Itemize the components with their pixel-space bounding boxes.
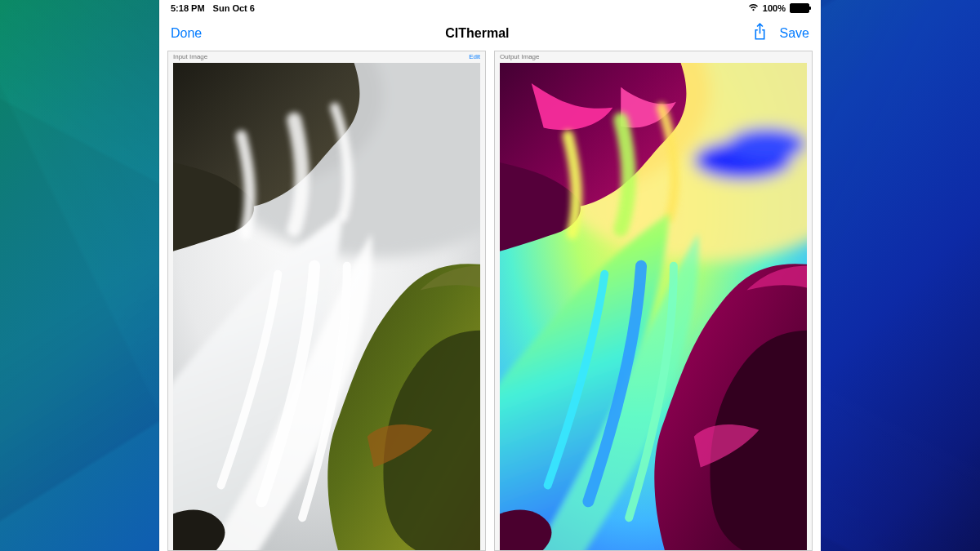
battery-percent: 100% bbox=[763, 3, 786, 13]
output-image-pane: Output Image bbox=[494, 51, 813, 551]
share-button[interactable] bbox=[753, 23, 767, 44]
input-image-pane: Input Image Edit bbox=[167, 51, 486, 551]
navigation-bar: Done CIThermal Save bbox=[159, 16, 821, 51]
status-time: 5:18 PM bbox=[171, 3, 205, 13]
output-image[interactable] bbox=[500, 63, 807, 550]
output-pane-label: Output Image bbox=[500, 53, 539, 60]
input-image[interactable] bbox=[173, 63, 480, 550]
status-date: Sun Oct 6 bbox=[213, 3, 255, 13]
share-icon bbox=[753, 23, 767, 41]
battery-icon bbox=[790, 3, 809, 13]
content-area: Input Image Edit bbox=[159, 51, 821, 551]
edit-input-button[interactable]: Edit bbox=[469, 53, 480, 60]
svg-point-7 bbox=[728, 128, 807, 161]
save-button[interactable]: Save bbox=[780, 26, 809, 41]
desktop-wallpaper: 5:18 PM Sun Oct 6 100% Done CIThermal bbox=[0, 0, 980, 551]
page-title: CIThermal bbox=[445, 26, 509, 41]
input-pane-label: Input Image bbox=[173, 53, 207, 60]
status-bar: 5:18 PM Sun Oct 6 100% bbox=[159, 0, 821, 16]
wifi-icon bbox=[748, 3, 759, 13]
ipad-app-window: 5:18 PM Sun Oct 6 100% Done CIThermal bbox=[159, 0, 821, 551]
done-button[interactable]: Done bbox=[171, 26, 202, 41]
